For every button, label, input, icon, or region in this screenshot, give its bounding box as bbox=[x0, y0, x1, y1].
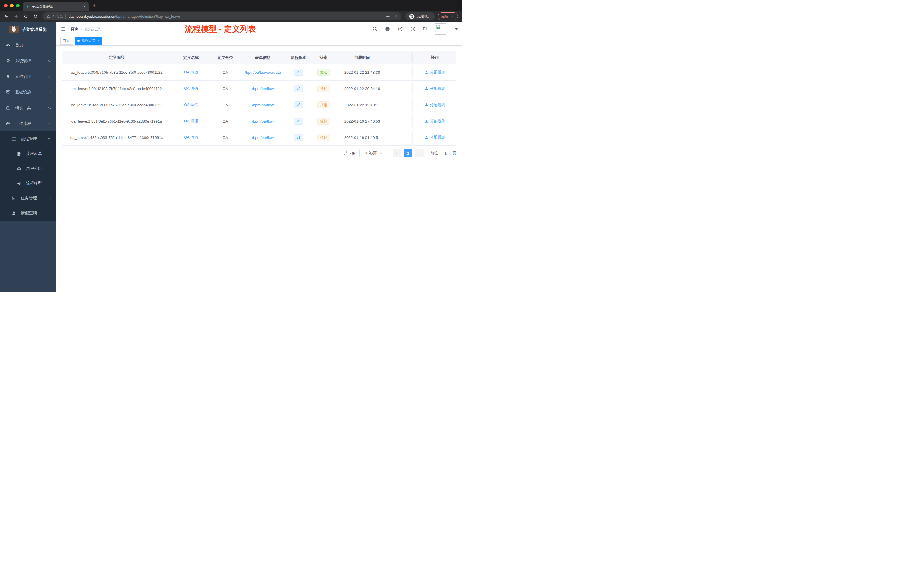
sidebar-item-label: 流程管理 bbox=[21, 136, 37, 142]
tag-process-definition[interactable]: 流程定义 × bbox=[74, 37, 102, 45]
address-bar[interactable]: 不安全 dashboard.yudao.iocoder.cn/bpm/manag… bbox=[43, 12, 401, 20]
tab-title: 芋道管理系统 bbox=[32, 4, 81, 9]
browser-update-button[interactable]: 更新 ⋮ bbox=[438, 12, 458, 20]
fullscreen-icon[interactable] bbox=[410, 26, 416, 32]
sidebar-item-leave-query[interactable]: 请假查询 bbox=[0, 206, 56, 221]
form-link[interactable]: /bpm/oa/leave/create bbox=[245, 70, 281, 74]
bookmark-star-icon[interactable]: ☆ bbox=[394, 14, 398, 19]
definition-name-link[interactable]: OA 请假 bbox=[184, 119, 198, 124]
url-text[interactable]: dashboard.yudao.iocoder.cn/bpm/manager/d… bbox=[69, 14, 385, 18]
form-link[interactable]: /bpm/oa/flow bbox=[252, 135, 274, 140]
sidebar-item-process-management[interactable]: 流程管理 bbox=[0, 132, 56, 146]
window-controls[interactable] bbox=[4, 4, 20, 7]
goto-page-input[interactable]: 1 bbox=[441, 149, 450, 157]
broken-image-icon bbox=[436, 24, 441, 29]
sidebar-item-infrastructure[interactable]: 基础设施 bbox=[0, 84, 56, 100]
sidebar-item-label: 基础设施 bbox=[15, 90, 31, 95]
help-icon[interactable]: ? bbox=[397, 26, 403, 32]
breadcrumb-current: 流程定义 bbox=[85, 26, 101, 31]
form-link[interactable]: /bpm/oa/flow bbox=[252, 119, 274, 124]
toolbox-icon bbox=[6, 106, 11, 110]
sidebar: 芋道管理系统 首页 ⚙ 系统管理 ¥ 支付管理 bbox=[0, 22, 56, 292]
definition-category: OA bbox=[211, 129, 240, 145]
page-number-button[interactable]: 1 bbox=[404, 149, 412, 157]
briefcase-icon bbox=[6, 121, 11, 126]
definition-id: oa_leave:3:1fad3d93-7b75-11ec-a3c8-acde4… bbox=[62, 97, 172, 113]
assign-rule-button[interactable]: 分配规则 bbox=[424, 70, 446, 75]
new-tab-button[interactable]: + bbox=[92, 2, 96, 8]
sidebar-item-label: 首页 bbox=[15, 43, 23, 48]
key-icon[interactable] bbox=[385, 14, 390, 19]
definition-category: OA bbox=[211, 81, 240, 97]
sidebar-item-task-management[interactable]: 任务管理 bbox=[0, 191, 56, 206]
page-size-select[interactable]: 10条/页 bbox=[360, 149, 386, 157]
github-icon[interactable] bbox=[384, 26, 390, 32]
version-badge: v4 bbox=[294, 85, 304, 92]
tag-label: 首页 bbox=[63, 38, 70, 43]
url-domain: dashboard.yudao.iocoder.cn bbox=[69, 14, 115, 18]
assign-rule-button[interactable]: 分配规则 bbox=[424, 102, 446, 107]
definition-name-link[interactable]: OA 请假 bbox=[184, 135, 198, 140]
tag-home[interactable]: 首页 bbox=[60, 37, 73, 45]
tag-close-icon[interactable]: × bbox=[97, 39, 99, 43]
app-shell: 芋道管理系统 首页 ⚙ 系统管理 ¥ 支付管理 bbox=[0, 22, 462, 292]
sidebar-item-label: 研发工具 bbox=[15, 106, 31, 111]
sidebar-item-workflow[interactable]: 工作流程 bbox=[0, 116, 56, 132]
incognito-label: 无痕模式 bbox=[417, 14, 431, 19]
font-size-icon[interactable]: TT bbox=[422, 26, 428, 32]
sidebar-item-process-form[interactable]: 流程表单 bbox=[0, 146, 56, 161]
tab-close-icon[interactable]: × bbox=[83, 4, 86, 8]
avatar[interactable] bbox=[435, 23, 446, 35]
sidebar-item-label: 请假查询 bbox=[21, 211, 37, 216]
search-icon[interactable] bbox=[372, 26, 378, 32]
definition-category: OA bbox=[211, 64, 240, 80]
back-button[interactable] bbox=[2, 12, 10, 20]
page-content: 定义编号 定义名称 定义分类 表单信息 流程版本 状态 部署时间 操作 oa_l… bbox=[56, 46, 462, 292]
sidebar-item-home[interactable]: 首页 bbox=[0, 37, 56, 53]
next-page-button[interactable]: › bbox=[416, 149, 424, 157]
cell-filler bbox=[389, 81, 413, 97]
sidebar-item-payment[interactable]: ¥ 支付管理 bbox=[0, 69, 56, 84]
definition-name-link[interactable]: OA 请假 bbox=[184, 102, 198, 107]
forward-button[interactable] bbox=[12, 12, 20, 20]
avatar-caret-icon[interactable] bbox=[455, 28, 458, 30]
sidebar-item-process-model[interactable]: 流程模型 bbox=[0, 176, 56, 191]
gear-icon: ⚙ bbox=[6, 58, 11, 63]
chevron-down-icon bbox=[48, 106, 51, 109]
deploy-time: 2022-01-16 17:46:53 bbox=[336, 113, 389, 129]
minimize-window-button[interactable] bbox=[10, 4, 14, 7]
sidebar-item-system[interactable]: ⚙ 系统管理 bbox=[0, 53, 56, 69]
person-icon bbox=[424, 119, 429, 123]
definition-category: OA bbox=[211, 113, 240, 129]
sidebar-item-user-group[interactable]: 用户分组 bbox=[0, 161, 56, 176]
sidebar-item-label: 流程模型 bbox=[26, 181, 42, 186]
prev-page-button[interactable]: ‹ bbox=[393, 149, 401, 157]
browser-chrome: 芋道管理系统 × + 不安全 dashboard.yudao.iocod bbox=[0, 0, 462, 22]
hamburger-icon[interactable] bbox=[60, 26, 66, 32]
incognito-badge: 无痕模式 bbox=[406, 12, 435, 20]
column-header: 表单信息 bbox=[240, 51, 286, 64]
assign-rule-button[interactable]: 分配规则 bbox=[424, 119, 446, 124]
sidebar-logo[interactable]: 芋道管理系统 bbox=[0, 22, 56, 37]
home-button[interactable] bbox=[31, 12, 40, 20]
form-link[interactable]: /bpm/oa/flow bbox=[252, 87, 274, 91]
column-header: 流程版本 bbox=[286, 51, 312, 64]
dashboard-icon bbox=[6, 43, 11, 48]
close-window-button[interactable] bbox=[4, 4, 8, 7]
sidebar-item-label: 流程表单 bbox=[26, 151, 42, 156]
workflow-submenu: 流程管理 流程表单 用户分组 bbox=[0, 132, 56, 221]
maximize-window-button[interactable] bbox=[16, 4, 20, 7]
person-icon bbox=[424, 135, 429, 139]
definition-name-link[interactable]: OA 请假 bbox=[184, 86, 198, 91]
table-row: oa_leave:1:482ec033-762a-11ec-8477-a2380… bbox=[62, 129, 456, 146]
assign-rule-button[interactable]: 分配规则 bbox=[424, 135, 446, 140]
form-link[interactable]: /bpm/oa/flow bbox=[252, 103, 274, 107]
browser-menu-icon[interactable]: ⋮ bbox=[451, 14, 455, 18]
breadcrumb-home[interactable]: 首页 bbox=[71, 26, 79, 31]
assign-rule-button[interactable]: 分配规则 bbox=[424, 86, 446, 91]
reload-button[interactable] bbox=[22, 12, 30, 20]
sidebar-item-devtools[interactable]: 研发工具 bbox=[0, 100, 56, 116]
security-label[interactable]: 不安全 bbox=[52, 14, 63, 19]
definition-name-link[interactable]: OA 请假 bbox=[184, 70, 198, 75]
browser-tab[interactable]: 芋道管理系统 × bbox=[23, 2, 89, 11]
